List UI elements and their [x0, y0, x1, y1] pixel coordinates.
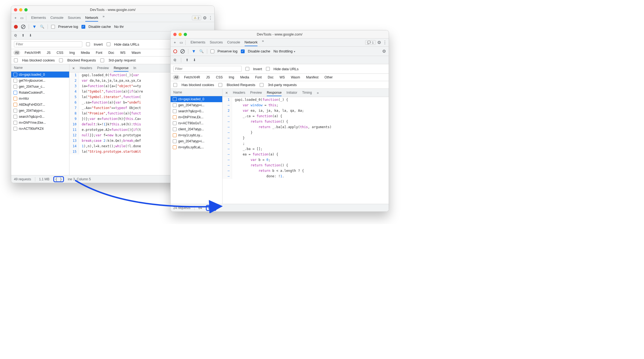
network-settings-icon[interactable]	[382, 49, 386, 54]
request-row[interactable]: gen_204?atyp=i...	[11, 108, 69, 114]
chip-other[interactable]: Other	[323, 75, 334, 80]
chip-wasm[interactable]: Wasm	[130, 50, 142, 55]
response-code[interactable]: 1gapi.loaded_0(function(_) {– var window…	[223, 97, 389, 204]
network-settings-icon[interactable]: ⚙̣	[14, 33, 17, 37]
pretty-print-button[interactable]: { }	[53, 176, 64, 182]
chip-img[interactable]: Img	[68, 50, 77, 55]
name-column-header[interactable]: Name	[11, 64, 69, 72]
more-tabs-icon[interactable]	[103, 14, 104, 22]
chip-font[interactable]: Font	[94, 50, 104, 55]
3rd-party-checkbox[interactable]	[260, 83, 264, 87]
hide-data-urls-checkbox[interactable]	[107, 42, 110, 46]
request-row[interactable]: gen_204?atyp=i...	[171, 102, 222, 108]
close-detail-icon[interactable]	[72, 66, 75, 70]
record-button[interactable]	[14, 25, 18, 29]
request-row[interactable]: search?q&cp=0...	[171, 108, 222, 114]
download-har-icon[interactable]: ⬇	[29, 33, 32, 37]
request-row[interactable]: RotateCookiesP...	[11, 90, 69, 96]
filter-input[interactable]	[14, 41, 82, 47]
request-row[interactable]: m=DhPYme,Ek...	[171, 114, 222, 120]
pretty-print-button[interactable]: { }	[206, 205, 216, 211]
tab-preview[interactable]: Preview	[250, 90, 262, 96]
inspect-icon[interactable]: ⌖	[172, 40, 177, 45]
chip-media[interactable]: Media	[79, 50, 92, 55]
tab-response[interactable]: Response	[267, 90, 282, 96]
blocked-requests-checkbox[interactable]	[218, 83, 222, 87]
maximize-window[interactable]	[24, 8, 28, 11]
settings-icon[interactable]	[377, 40, 381, 45]
request-row[interactable]: m=DhPYme,Eke...	[11, 120, 69, 126]
chip-css[interactable]: CSS	[214, 75, 224, 80]
tab-console[interactable]: Console	[227, 39, 240, 46]
disable-cache-checkbox[interactable]	[81, 25, 85, 29]
request-row[interactable]: m=hfcr	[11, 96, 69, 102]
tab-console[interactable]: Console	[50, 14, 63, 22]
chip-css[interactable]: CSS	[55, 50, 65, 55]
tab-elements[interactable]: Elements	[191, 39, 205, 46]
chip-js[interactable]: JS	[204, 75, 212, 80]
request-row[interactable]: rs=ACT90oGsT...	[171, 120, 222, 126]
more-tabs-icon[interactable]	[317, 91, 319, 95]
clear-button[interactable]	[180, 49, 185, 54]
request-row[interactable]: rs=ACT90oFKZ4	[11, 126, 69, 132]
chip-doc[interactable]: Doc	[107, 50, 116, 55]
tab-headers[interactable]: Headers	[233, 90, 245, 96]
maximize-window[interactable]	[184, 33, 187, 36]
device-mode-icon[interactable]: ▭	[19, 16, 24, 20]
request-row[interactable]: gen_204?use_c...	[11, 84, 69, 90]
more-tabs-icon[interactable]	[262, 39, 264, 46]
tab-preview[interactable]: Preview	[97, 65, 109, 72]
request-row[interactable]: get?rt=j&sourcei...	[11, 78, 69, 84]
disable-cache-checkbox[interactable]	[241, 49, 245, 53]
request-row[interactable]: A6DkqFxHDGI7...	[11, 102, 69, 108]
tab-elements[interactable]: Elements	[31, 14, 46, 22]
filter-input[interactable]	[173, 66, 242, 72]
menu-icon[interactable]	[208, 15, 213, 20]
tab-timing[interactable]: Timing	[302, 90, 312, 96]
chip-ws[interactable]: WS	[119, 50, 127, 55]
chip-img[interactable]: Img	[227, 75, 236, 80]
upload-har-icon[interactable]: ⬆	[22, 33, 25, 37]
upload-har-icon[interactable]: ⬆	[186, 58, 189, 62]
blocked-cookies-checkbox[interactable]	[14, 58, 18, 62]
chip-all[interactable]: All	[173, 75, 180, 80]
tab-sources[interactable]: Sources	[68, 14, 81, 22]
tab-network[interactable]: Network	[85, 14, 98, 22]
invert-checkbox[interactable]	[86, 42, 90, 46]
minimize-window[interactable]	[178, 33, 182, 36]
chip-wasm[interactable]: Wasm	[289, 75, 302, 80]
tab-headers[interactable]: Headers	[80, 65, 92, 72]
blocked-requests-checkbox[interactable]	[59, 58, 63, 62]
chip-media[interactable]: Media	[239, 75, 251, 80]
tab-initiator[interactable]: Initiator	[286, 90, 297, 96]
request-row[interactable]: m=sy1r,sybt,sy...	[171, 132, 222, 138]
throttling-select[interactable]: No thr	[114, 25, 124, 29]
menu-icon[interactable]	[383, 40, 387, 45]
tab-initiator[interactable]: In	[133, 65, 136, 72]
close-detail-icon[interactable]	[225, 91, 228, 95]
search-icon[interactable]	[40, 25, 44, 29]
preserve-log-checkbox[interactable]	[51, 25, 55, 29]
hide-data-urls-checkbox[interactable]	[266, 67, 270, 71]
chip-ws[interactable]: WS	[278, 75, 286, 80]
chip-doc[interactable]: Doc	[266, 75, 275, 80]
tab-network[interactable]: Network	[245, 39, 258, 46]
name-column-header[interactable]: Name	[171, 89, 222, 96]
clear-button[interactable]	[21, 25, 25, 29]
chip-js[interactable]: JS	[45, 50, 52, 55]
blocked-cookies-checkbox[interactable]	[173, 83, 177, 87]
filter-icon[interactable]: ▼	[192, 49, 196, 54]
chip-all[interactable]: All	[13, 50, 20, 55]
chip-font[interactable]: Font	[253, 75, 263, 80]
preserve-log-checkbox[interactable]	[210, 49, 214, 53]
request-row[interactable]: cb=gapi.loaded_0	[11, 72, 69, 78]
close-window[interactable]	[173, 33, 177, 36]
tab-response[interactable]: Response	[114, 65, 128, 72]
network-settings-icon[interactable]: ⚙̣	[173, 58, 177, 62]
record-button[interactable]	[173, 49, 177, 53]
chip-fetch[interactable]: Fetch/XHR	[23, 50, 42, 55]
chip-fetch[interactable]: Fetch/XHR	[182, 75, 202, 80]
request-row[interactable]: cb=gapi.loaded_0	[171, 96, 222, 102]
messages-badge[interactable]: 1	[365, 40, 376, 45]
download-har-icon[interactable]: ⬇	[193, 58, 196, 62]
